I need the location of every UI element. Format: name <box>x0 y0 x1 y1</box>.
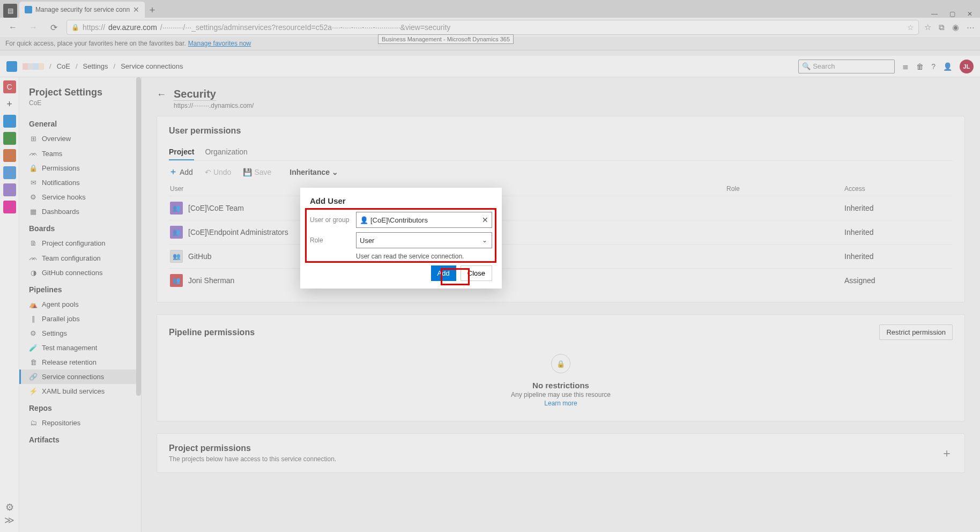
user-name: Joni Sherman <box>188 276 234 285</box>
window-close-icon[interactable]: ✕ <box>967 10 972 18</box>
rail-artifacts-icon[interactable] <box>3 183 16 196</box>
window-maximize-icon[interactable]: ▢ <box>949 10 955 18</box>
sidebar-item-service-hooks[interactable]: ⚙Service hooks <box>19 190 141 204</box>
more-icon[interactable]: ⋯ <box>967 23 975 32</box>
help-icon[interactable]: ? <box>931 62 936 71</box>
user-access: Inherited <box>844 252 952 261</box>
role-select[interactable]: User ⌄ <box>356 232 492 248</box>
favorites-hint: For quick access, place your favorites h… <box>5 40 186 47</box>
sidebar-item-settings[interactable]: ⚙Settings <box>19 326 141 341</box>
rail-extra-icon[interactable] <box>3 201 16 213</box>
user-settings-icon[interactable]: 👤 <box>943 62 952 71</box>
browser-tab[interactable]: Manage security for service conn ✕ <box>19 2 145 18</box>
rail-settings-icon[interactable]: ⚙ <box>3 501 16 514</box>
devops-header: / CoE / Settings / Service connections 🔍… <box>0 56 980 77</box>
sidebar-item-xaml-build-services[interactable]: ⚡XAML build services <box>19 384 141 398</box>
sidebar-item-project-configuration[interactable]: 🗎Project configuration <box>19 236 141 250</box>
user-access: Inherited <box>844 204 952 212</box>
permission-row[interactable]: 👥 GitHub Inherited <box>169 244 953 268</box>
sidebar-item-github-connections[interactable]: ◑GitHub connections <box>19 265 141 280</box>
learn-more-link[interactable]: Learn more <box>544 400 577 407</box>
sidebar-item-label: Release retention <box>42 358 96 366</box>
global-search-input[interactable]: 🔍 Search <box>798 60 895 73</box>
permission-row[interactable]: 👥 [CoE]\Endpoint Administrators Inherite… <box>169 220 953 244</box>
sidebar-section-heading: Boards <box>19 219 141 236</box>
modal-close-button[interactable]: Close <box>461 265 492 281</box>
sidebar-item-dashboards[interactable]: ▦Dashboards <box>19 204 141 219</box>
sidebar-item-label: Dashboards <box>42 208 79 216</box>
sidebar-item-team-configuration[interactable]: ᨏTeam configuration <box>19 250 141 265</box>
clear-icon[interactable]: ✕ <box>482 216 488 224</box>
rail-pipelines-icon[interactable] <box>3 149 16 162</box>
tab-project[interactable]: Project <box>169 144 194 160</box>
url-path: /··········/···_settings/adminservices?r… <box>160 23 451 32</box>
sidebar-item-overview[interactable]: ⊞Overview <box>19 131 141 146</box>
tab-title: Manage security for service conn <box>35 6 130 13</box>
sidebar-item-service-connections[interactable]: 🔗Service connections <box>19 370 141 384</box>
toolbar-add-button[interactable]: ＋Add <box>169 166 193 178</box>
sidebar-item-teams[interactable]: ᨏTeams <box>19 146 141 161</box>
restrict-permission-button[interactable]: Restrict permission <box>879 324 953 340</box>
breadcrumb-settings[interactable]: Settings <box>83 62 108 70</box>
chevron-down-icon: ⌄ <box>332 168 338 176</box>
user-avatar[interactable]: JL <box>960 60 974 73</box>
back-arrow-button[interactable]: ← <box>157 88 166 100</box>
rail-repos-icon[interactable] <box>3 132 16 145</box>
manage-favorites-link[interactable]: Manage favorites now <box>188 40 251 47</box>
toolbar-undo-button: ↶Undo <box>205 168 231 176</box>
breadcrumb-current[interactable]: Service connections <box>121 62 183 70</box>
modal-add-button[interactable]: Add <box>431 265 456 281</box>
rail-home-icon[interactable]: C <box>3 80 16 93</box>
reader-icon[interactable]: ☆ <box>907 23 914 32</box>
permissions-toolbar: ＋Add ↶Undo 💾Save Inheritance ⌄ <box>169 166 953 178</box>
sidebar-item-notifications[interactable]: ✉Notifications <box>19 175 141 190</box>
nav-refresh-button[interactable]: ⟳ <box>46 23 61 33</box>
tab-close-icon[interactable]: ✕ <box>133 5 139 14</box>
sidebar-item-label: Project configuration <box>42 239 106 247</box>
user-avatar-icon: 👥 <box>170 274 183 287</box>
sidebar-item-test-management[interactable]: 🧪Test management <box>19 341 141 355</box>
sidebar-item-release-retention[interactable]: 🗑Release retention <box>19 355 141 370</box>
marketplace-icon[interactable]: ≣ <box>902 62 909 71</box>
user-avatar-icon: 👥 <box>170 226 183 239</box>
address-bar[interactable]: 🔒 https:// dev.azure.com /··········/···… <box>66 20 919 35</box>
sidebar-item-parallel-jobs[interactable]: ∥Parallel jobs <box>19 312 141 326</box>
lock-icon: 🔒 <box>551 354 570 373</box>
permission-row[interactable]: 👥 [CoE]\CoE Team Inherited <box>169 196 953 220</box>
user-group-value: [CoE]\Contributors <box>370 216 428 224</box>
window-minimize-icon[interactable]: — <box>931 10 938 18</box>
rail-boards-icon[interactable] <box>3 115 16 128</box>
sidebar-item-agent-pools[interactable]: ⛺Agent pools <box>19 297 141 312</box>
person-icon: 👤 <box>360 216 368 224</box>
sidebar-item-repositories[interactable]: 🗂Repositories <box>19 416 141 430</box>
new-tab-button[interactable]: + <box>145 3 160 18</box>
collections-icon[interactable]: ⧉ <box>939 23 945 32</box>
profile-icon[interactable]: ◉ <box>952 23 959 32</box>
empty-subtitle: Any pipeline may use this resource <box>169 391 953 398</box>
nav-back-button[interactable]: ← <box>5 23 20 32</box>
sidebar-item-icon: ⛺ <box>29 300 38 308</box>
url-tooltip: Business Management - Microsoft Dynamics… <box>378 34 514 44</box>
sidebar-item-permissions[interactable]: 🔒Permissions <box>19 161 141 175</box>
add-project-button[interactable]: ＋ <box>941 445 953 461</box>
azure-devops-logo-icon[interactable] <box>6 61 17 72</box>
favorites-icon[interactable]: ☆ <box>924 23 931 32</box>
rail-add-button[interactable]: + <box>3 98 16 110</box>
tab-organization[interactable]: Organization <box>205 144 247 160</box>
sidebar-item-icon: ∥ <box>29 315 38 323</box>
rail-collapse-icon[interactable]: ≫ <box>3 514 16 527</box>
basket-icon[interactable]: 🗑 <box>916 62 924 71</box>
tab-collection-icon[interactable]: ▤ <box>3 4 17 18</box>
search-icon: 🔍 <box>802 62 811 70</box>
toolbar-inheritance-dropdown[interactable]: Inheritance ⌄ <box>289 168 338 176</box>
permission-row[interactable]: 👥 Joni Sherman Assigned <box>169 268 953 292</box>
main-content: ← Security https://·········.dynamics.co… <box>142 77 980 532</box>
pipeline-permissions-heading: Pipeline permissions <box>169 328 255 337</box>
user-avatar-icon: 👥 <box>170 202 183 215</box>
sidebar-item-icon: ✉ <box>29 179 38 187</box>
user-group-input[interactable]: 👤 [CoE]\Contributors ✕ <box>356 212 492 228</box>
rail-testplans-icon[interactable] <box>3 166 16 179</box>
breadcrumb-project[interactable]: CoE <box>57 62 70 70</box>
pipeline-permissions-card: Pipeline permissions Restrict permission… <box>157 314 965 422</box>
user-avatar-icon: 👥 <box>170 250 183 263</box>
